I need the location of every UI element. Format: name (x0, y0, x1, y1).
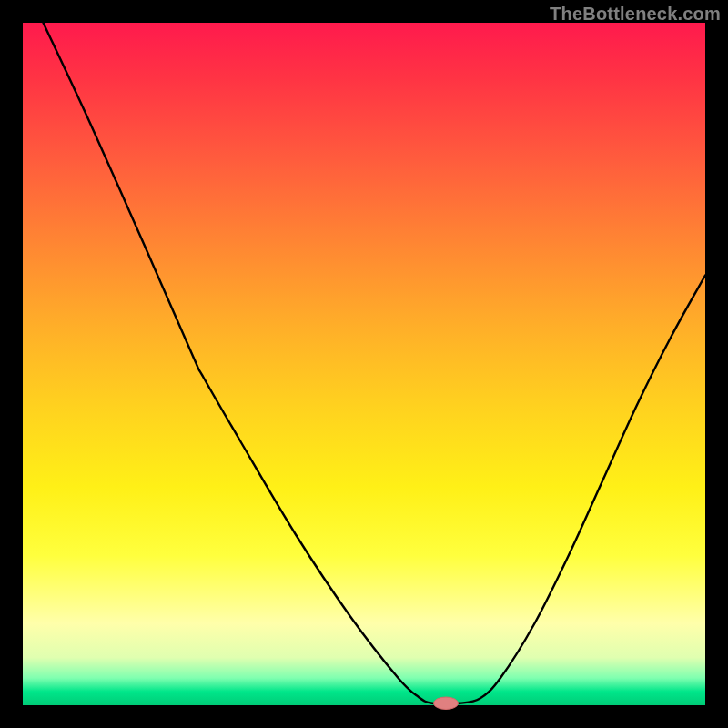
bottleneck-curve (44, 23, 706, 704)
chart-container: TheBottleneck.com (0, 0, 728, 728)
curve-layer (23, 23, 705, 705)
watermark-text: TheBottleneck.com (550, 4, 721, 25)
minimum-marker (434, 697, 459, 710)
